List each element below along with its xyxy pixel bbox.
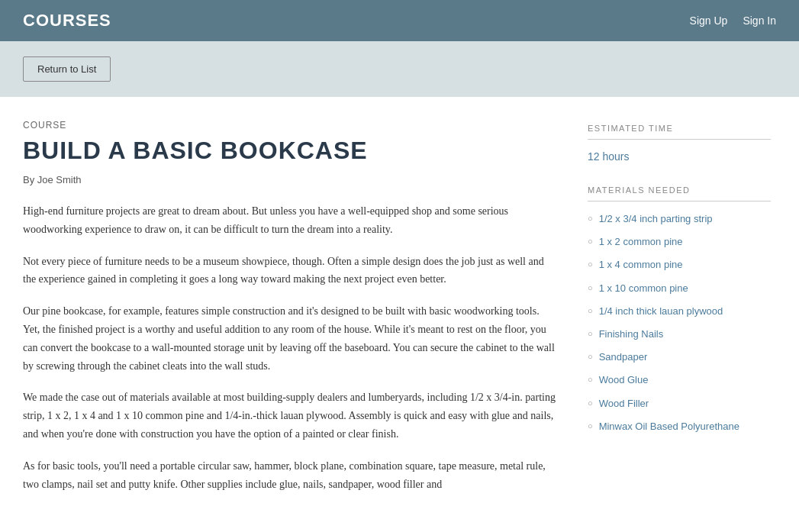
- material-item: Minwax Oil Based Polyurethane: [588, 420, 771, 434]
- paragraph-4: We made the case out of materials availa…: [23, 389, 557, 443]
- paragraph-1: High-end furniture projects are great to…: [23, 202, 557, 239]
- material-item: Sandpaper: [588, 350, 771, 364]
- estimated-time-section: ESTIMATED TIME 12 hours: [588, 124, 771, 163]
- material-item: 1 x 2 common pine: [588, 235, 771, 249]
- material-item: 1/2 x 3/4 inch parting strip: [588, 212, 771, 226]
- paragraph-3: Our pine bookcase, for example, features…: [23, 302, 557, 375]
- return-to-list-button[interactable]: Return to List: [23, 56, 111, 82]
- course-body: High-end furniture projects are great to…: [23, 202, 557, 493]
- course-title: BUILD A BASIC BOOKCASE: [23, 137, 557, 165]
- site-title: COURSES: [23, 11, 111, 31]
- site-header: COURSES Sign Up Sign In: [0, 0, 799, 41]
- material-item: Wood Filler: [588, 397, 771, 411]
- material-item: Wood Glue: [588, 373, 771, 387]
- material-item: Finishing Nails: [588, 327, 771, 341]
- materials-section: MATERIALS NEEDED 1/2 x 3/4 inch parting …: [588, 185, 771, 434]
- main-content: COURSE BUILD A BASIC BOOKCASE By Joe Smi…: [0, 97, 799, 530]
- sidebar-right: ESTIMATED TIME 12 hours MATERIALS NEEDED…: [588, 120, 771, 507]
- estimated-time-title: ESTIMATED TIME: [588, 124, 771, 140]
- estimated-time-value: 12 hours: [588, 150, 771, 163]
- paragraph-2: Not every piece of furniture needs to be…: [23, 253, 557, 289]
- course-author: By Joe Smith: [23, 174, 557, 185]
- sub-header: Return to List: [0, 41, 799, 97]
- course-label: COURSE: [23, 120, 557, 131]
- paragraph-5: As for basic tools, you'll need a portab…: [23, 457, 557, 494]
- header-nav: Sign Up Sign In: [690, 15, 776, 27]
- signup-link[interactable]: Sign Up: [690, 15, 728, 27]
- signin-link[interactable]: Sign In: [743, 15, 776, 27]
- materials-title: MATERIALS NEEDED: [588, 185, 771, 202]
- content-left: COURSE BUILD A BASIC BOOKCASE By Joe Smi…: [23, 120, 557, 507]
- material-item: 1 x 10 common pine: [588, 282, 771, 295]
- material-item: 1 x 4 common pine: [588, 258, 771, 272]
- materials-list: 1/2 x 3/4 inch parting strip1 x 2 common…: [588, 212, 771, 434]
- material-item: 1/4 inch thick lauan plywood: [588, 305, 771, 318]
